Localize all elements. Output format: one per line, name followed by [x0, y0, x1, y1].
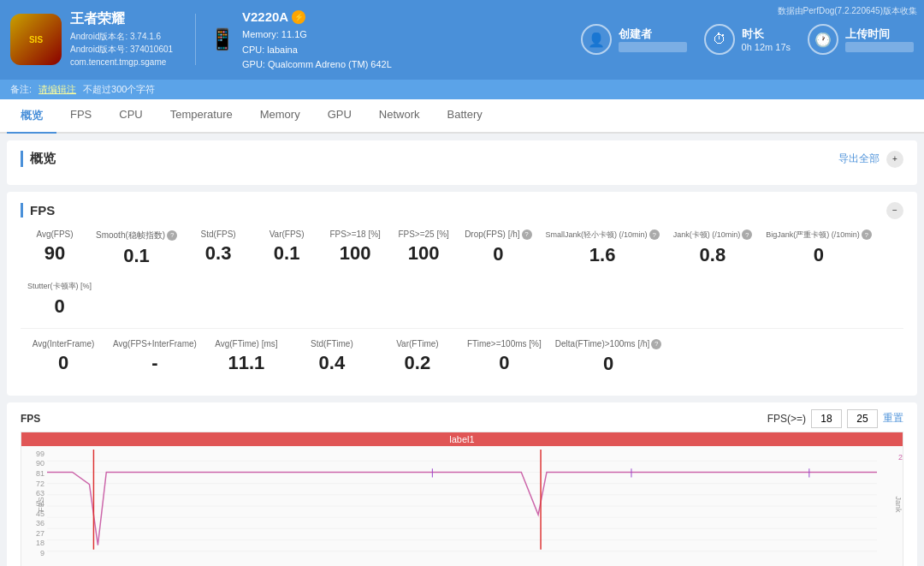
stat-fps-18-value: 100 — [340, 242, 371, 265]
stat-fps-25-value: 100 — [408, 242, 440, 265]
stat-avg-fps-inter-label: Avg(FPS+InterFrame) — [113, 339, 197, 349]
creator-value — [619, 42, 687, 52]
stat-avg-fps-inter-value: - — [151, 352, 157, 374]
stat-drop-fps: Drop(FPS) [/h] ? 0 — [458, 226, 538, 271]
stat-std-fps: Std(FPS) 0.3 — [184, 226, 252, 271]
stat-jank-label: Jank(卡顿) (/10min) ? — [673, 229, 753, 241]
stat-avg-inter-label: Avg(InterFrame) — [33, 339, 95, 349]
stat-fps-25: FPS>=25 [%] 100 — [389, 226, 458, 271]
device-name: V2220A ⚡ — [242, 7, 392, 27]
upload-stat: 🕐 上传时间 — [808, 24, 914, 55]
export-button[interactable]: 导出全部 — [838, 152, 880, 166]
fps-y-axis-label: FPS — [37, 497, 45, 512]
expand-button[interactable]: + — [886, 151, 903, 168]
stat-stutter-value: 0 — [54, 295, 64, 318]
duration-icon: ⏱ — [704, 24, 735, 55]
stat-smooth-label: Smooth(稳帧指数) ? — [96, 229, 177, 241]
app-header: 数据由PerfDog(7.2.220645)版本收集 SIS 王者荣耀 Andr… — [0, 0, 924, 80]
version-note: 数据由PerfDog(7.2.220645)版本收集 — [778, 5, 917, 17]
fps-stats-row1: Avg(FPS) 90 Smooth(稳帧指数) ? 0.1 Std(FPS) … — [21, 226, 903, 321]
game-version2: Android版本号: 374010601 — [70, 43, 173, 56]
device-info: 📱 V2220A ⚡ Memory: 11.1G CPU: labaina GP… — [210, 7, 392, 73]
stat-delta-ftime-value: 0 — [603, 353, 613, 375]
drop-help-icon[interactable]: ? — [522, 229, 532, 240]
tab-temperature[interactable]: Temperature — [157, 99, 246, 134]
fps-chart: label1 999081726354453627189 — [21, 432, 903, 566]
reset-button[interactable]: 重置 — [883, 411, 903, 426]
stat-smooth-value: 0.1 — [123, 245, 150, 267]
tab-gpu[interactable]: GPU — [314, 99, 365, 134]
upload-icon: 🕐 — [808, 24, 838, 55]
stat-small-jank-label: SmallJank(轻小卡顿) (/10min) ? — [546, 229, 660, 241]
upload-text: 上传时间 — [845, 27, 914, 52]
stat-avg-inter: Avg(InterFrame) 0 — [21, 336, 106, 378]
stat-avg-fps-inter: Avg(FPS+InterFrame) - — [106, 336, 204, 378]
stat-avg-ftime-value: 11.1 — [228, 352, 264, 374]
jank-label: Jank — [894, 496, 903, 512]
stat-fps-18: FPS>=18 [%] 100 — [321, 226, 389, 271]
creator-text: 创建者 — [619, 27, 687, 52]
stat-stutter-label: Stutter(卡顿率) [%] — [27, 281, 92, 292]
fps-gte-label: FPS(>=) — [767, 413, 806, 425]
stat-var-ftime: Var(FTime) 0.2 — [375, 336, 460, 378]
duration-text: 时长 0h 12m 17s — [742, 27, 791, 52]
big-jank-help-icon[interactable]: ? — [862, 229, 872, 240]
stat-std-fps-value: 0.3 — [205, 242, 232, 265]
header-divider1 — [195, 14, 196, 65]
tab-fps[interactable]: FPS — [56, 99, 105, 134]
chart-svg — [47, 450, 877, 563]
note-edit-link[interactable]: 请编辑注 — [38, 83, 76, 96]
game-version1: Android版本名: 3.74.1.6 — [70, 30, 173, 43]
game-info: SIS 王者荣耀 Android版本名: 3.74.1.6 Android版本号… — [10, 10, 181, 69]
stat-drop-fps-value: 0 — [493, 243, 503, 265]
stat-big-jank: BigJank(严重卡顿) (/10min) ? 0 — [759, 226, 879, 271]
stat-jank: Jank(卡顿) (/10min) ? 0.8 — [666, 226, 760, 271]
note-limit: 不超过300个字符 — [83, 83, 155, 96]
stat-avg-fps: Avg(FPS) 90 — [21, 226, 89, 271]
overview-title: 概览 — [21, 151, 56, 167]
tab-overview[interactable]: 概览 — [7, 99, 56, 134]
delta-help-icon[interactable]: ? — [651, 339, 661, 349]
smooth-help-icon[interactable]: ? — [167, 230, 177, 241]
stat-big-jank-value: 0 — [814, 244, 824, 266]
fps-expand-button[interactable]: − — [886, 202, 903, 219]
device-cpu: CPU: labaina — [242, 43, 392, 58]
header-stats: 👤 创建者 ⏱ 时长 0h 12m 17s 🕐 上传时间 — [406, 24, 914, 55]
device-details: V2220A ⚡ Memory: 11.1G CPU: labaina GPU:… — [242, 7, 392, 73]
fps-chart-section: FPS FPS(>=) 重置 label1 999081726354453627… — [7, 402, 917, 566]
tab-cpu[interactable]: CPU — [105, 99, 156, 134]
stat-small-jank: SmallJank(轻小卡顿) (/10min) ? 1.6 — [539, 226, 666, 271]
chart-header: FPS FPS(>=) 重置 — [21, 409, 903, 428]
duration-label: 时长 — [742, 27, 791, 42]
overview-header: 概览 导出全部 + — [21, 151, 903, 168]
stat-std-ftime: Std(FTime) 0.4 — [289, 336, 375, 378]
duration-value: 0h 12m 17s — [742, 42, 791, 52]
stat-stutter: Stutter(卡顿率) [%] 0 — [21, 277, 98, 321]
stat-avg-inter-value: 0 — [58, 352, 68, 374]
stat-delta-ftime: Delta(FTime)>100ms [/h] ? 0 — [548, 336, 669, 378]
tab-memory[interactable]: Memory — [246, 99, 314, 134]
tab-battery[interactable]: Battery — [434, 99, 496, 134]
stat-jank-value: 0.8 — [700, 244, 726, 266]
creator-icon: 👤 — [581, 24, 612, 55]
fps-header: FPS − — [21, 202, 903, 219]
note-label: 备注: — [10, 83, 32, 96]
stat-std-fps-label: Std(FPS) — [201, 229, 236, 239]
jank-help-icon[interactable]: ? — [742, 229, 752, 240]
chart-title: FPS — [21, 413, 40, 425]
stat-avg-fps-value: 90 — [44, 242, 65, 265]
game-details: 王者荣耀 Android版本名: 3.74.1.6 Android版本号: 37… — [70, 10, 173, 69]
fps-title: FPS — [21, 203, 55, 217]
tab-network[interactable]: Network — [365, 99, 434, 134]
game-icon: SIS — [10, 14, 62, 65]
stat-drop-fps-label: Drop(FPS) [/h] ? — [465, 229, 531, 240]
stat-avg-ftime-label: Avg(FTime) [ms] — [215, 339, 277, 349]
small-jank-help-icon[interactable]: ? — [649, 229, 660, 240]
game-title: 王者荣耀 — [70, 10, 173, 28]
stat-delta-ftime-label: Delta(FTime)>100ms [/h] ? — [555, 339, 662, 349]
stat-std-ftime-value: 0.4 — [319, 352, 346, 374]
fps-threshold-1[interactable] — [811, 409, 842, 428]
stat-small-jank-value: 1.6 — [589, 244, 616, 266]
fps-threshold-2[interactable] — [847, 409, 878, 428]
stat-var-ftime-value: 0.2 — [405, 352, 431, 374]
